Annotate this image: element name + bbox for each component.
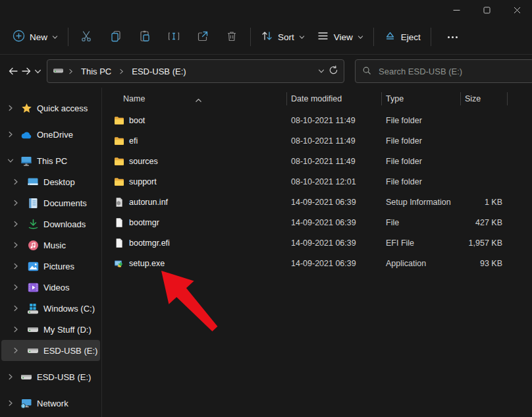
file-row-autorun-inf[interactable]: autorun.inf14-09-2021 06:39Setup Informa… (102, 192, 532, 212)
sidebar-item-pictures[interactable]: Pictures (1, 256, 100, 277)
chevron-right-icon[interactable] (7, 131, 14, 138)
chevron-right-icon[interactable] (12, 326, 20, 333)
breadcrumb-separator-icon (119, 67, 124, 76)
sort-button[interactable]: Sort (255, 25, 311, 49)
chevron-right-icon[interactable] (12, 221, 20, 227)
file-date-modified: 14-09-2021 06:39 (286, 218, 381, 227)
refresh-button[interactable] (329, 65, 338, 77)
file-type: File folder (381, 157, 460, 166)
search-container (355, 59, 532, 83)
file-row-sources[interactable]: sources08-10-2021 11:49File folder (102, 151, 532, 171)
sidebar-item-windows-c[interactable]: Windows (C:) (1, 298, 100, 319)
chevron-right-icon[interactable] (7, 105, 14, 111)
onedrive-icon (20, 128, 32, 140)
column-header-type[interactable]: Type (381, 94, 460, 103)
file-date-modified: 08-10-2021 11:49 (286, 116, 381, 125)
content-area: Quick accessOneDriveThis PCDesktopDocume… (0, 88, 532, 417)
sidebar-item-network[interactable]: Network (1, 393, 100, 414)
chevron-down-icon[interactable] (7, 157, 14, 164)
file-type: File folder (381, 116, 460, 125)
eject-button[interactable]: Eject (378, 25, 427, 49)
chevron-right-icon[interactable] (12, 200, 20, 206)
delete-button[interactable] (217, 25, 246, 49)
file-row-bootmgr-efi[interactable]: bootmgr.efi14-09-2021 06:39EFI File1,957… (102, 233, 532, 253)
chevron-right-icon[interactable] (12, 179, 20, 185)
sidebar-item-quick-access[interactable]: Quick access (1, 97, 100, 119)
sidebar-item-documents[interactable]: Documents (1, 192, 100, 213)
cut-button[interactable] (72, 25, 101, 49)
sidebar-item-onedrive[interactable]: OneDrive (1, 124, 100, 145)
file-row-setup-exe[interactable]: setup.exe14-09-2021 06:39Application93 K… (102, 253, 532, 273)
file-row-efi[interactable]: efi08-10-2021 11:49File folder (102, 130, 532, 151)
plus-circle-icon (13, 30, 25, 44)
paste-button[interactable] (130, 25, 159, 49)
minimize-button[interactable] (441, 0, 471, 20)
downloads-icon (27, 218, 39, 230)
back-button[interactable] (8, 61, 18, 81)
search-icon (362, 66, 371, 77)
search-input[interactable] (377, 66, 527, 77)
documents-icon (27, 197, 39, 209)
close-button[interactable] (502, 0, 532, 20)
view-button[interactable]: View (311, 25, 369, 49)
chevron-right-icon[interactable] (12, 263, 20, 269)
view-icon (317, 30, 329, 44)
folder-icon (114, 115, 124, 126)
copy-button[interactable] (101, 25, 130, 49)
address-bar[interactable]: This PC ESD-USB (E:) (47, 59, 344, 83)
list-header: Name Date modified Type Size (102, 88, 532, 110)
breadcrumb-esd-usb[interactable]: ESD-USB (E:) (128, 65, 189, 78)
sidebar-item-label: Videos (43, 283, 70, 292)
sidebar-item-this-pc[interactable]: This PC (1, 150, 100, 171)
breadcrumb-this-pc[interactable]: This PC (78, 65, 115, 78)
file-row-support[interactable]: support08-10-2021 12:01File folder (102, 171, 532, 192)
sidebar-item-esd-usb-e[interactable]: ESD-USB (E:) (1, 340, 100, 361)
network-icon (20, 397, 32, 409)
cut-icon (80, 30, 93, 45)
rename-button[interactable] (159, 25, 188, 49)
maximize-button[interactable] (471, 0, 502, 20)
chevron-right-icon[interactable] (12, 284, 20, 291)
title-bar (0, 0, 532, 20)
file-list: boot08-10-2021 11:49File folderefi08-10-… (102, 110, 532, 273)
share-button[interactable] (188, 25, 217, 49)
file-date-modified: 08-10-2021 11:49 (286, 157, 381, 166)
file-row-boot[interactable]: boot08-10-2021 11:49File folder (102, 110, 532, 130)
column-header-name[interactable]: Name (102, 94, 286, 103)
forward-button[interactable] (21, 61, 32, 81)
toolbar-divider (250, 28, 251, 46)
sidebar: Quick accessOneDriveThis PCDesktopDocume… (0, 88, 102, 417)
file-size: 427 KB (460, 218, 508, 227)
file-size: 1 KB (460, 198, 508, 207)
see-more-icon (441, 36, 464, 38)
column-header-date-modified[interactable]: Date modified (286, 94, 381, 103)
file-list-pane: Name Date modified Type Size boot08-10-2… (102, 88, 532, 417)
chevron-right-icon[interactable] (12, 305, 20, 312)
sidebar-item-desktop[interactable]: Desktop (1, 171, 100, 192)
recent-locations-button[interactable] (34, 61, 41, 81)
arrow-right-icon (21, 66, 32, 76)
folder-icon (114, 156, 124, 167)
sidebar-item-videos[interactable]: Videos (1, 277, 100, 298)
new-button[interactable]: New (7, 25, 64, 49)
chevron-right-icon[interactable] (12, 347, 20, 354)
file-row-bootmgr[interactable]: bootmgr14-09-2021 06:39File427 KB (102, 212, 532, 233)
file-type: EFI File (381, 238, 460, 248)
sidebar-item-my-stuff-d[interactable]: My Stuff (D:) (1, 319, 100, 340)
chevron-right-icon[interactable] (7, 400, 14, 406)
see-more-button[interactable] (435, 32, 470, 43)
column-header-size[interactable]: Size (460, 94, 508, 103)
toolbar-divider (373, 28, 374, 46)
eject-icon (384, 30, 396, 44)
sidebar-item-esd-usb-e[interactable]: ESD-USB (E:) (1, 366, 100, 387)
address-dropdown-icon[interactable] (318, 67, 325, 76)
sidebar-item-label: Documents (43, 198, 87, 208)
file-name: bootmgr.efi (129, 238, 170, 248)
chevron-right-icon[interactable] (7, 374, 14, 380)
file-date-modified: 08-10-2021 12:01 (286, 177, 381, 186)
sidebar-item-downloads[interactable]: Downloads (1, 213, 100, 235)
chevron-right-icon[interactable] (12, 242, 20, 248)
file-type: Application (381, 259, 460, 268)
sidebar-item-music[interactable]: Music (1, 235, 100, 256)
drive-icon (53, 66, 64, 77)
